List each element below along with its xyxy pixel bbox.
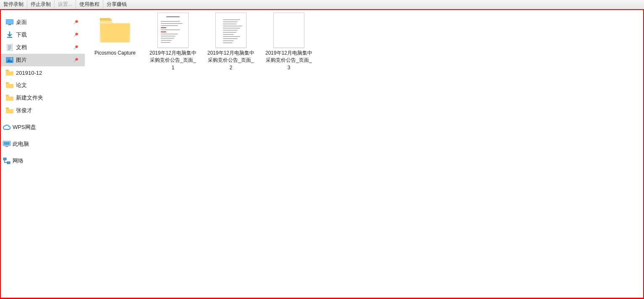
sidebar-item-folder-zhangjuncai[interactable]: 张俊才 (1, 104, 85, 117)
page-thumbnail-icon (155, 13, 191, 48)
sidebar-item-folder-lunwen[interactable]: 论文 (1, 79, 85, 92)
pause-record-button[interactable]: 暂停录制 (0, 0, 27, 9)
items-grid: Picosmos Capture (90, 13, 638, 71)
page-thumbnail-icon (271, 13, 306, 48)
explorer-window: 桌面 📍 下载 📍 文档 📍 图片 (1, 10, 643, 298)
sidebar-item-documents[interactable]: 文档 📍 (1, 41, 85, 54)
network-icon (3, 157, 11, 165)
sidebar-item-label: 网络 (13, 157, 24, 165)
folder-icon (6, 94, 13, 102)
sidebar-item-label: 新建文件夹 (16, 94, 43, 102)
folder-item[interactable]: Picosmos Capture (90, 13, 140, 71)
svg-rect-19 (3, 158, 6, 160)
folder-icon (6, 107, 13, 114)
svg-rect-15 (6, 108, 9, 109)
sidebar-item-label: 图片 (16, 56, 27, 64)
svg-point-11 (10, 58, 12, 59)
svg-rect-17 (4, 142, 10, 145)
image-item[interactable]: 2019年12月电脑集中采购竞价公告_页面_3 (264, 13, 314, 71)
folder-icon (97, 13, 133, 48)
folder-icon (6, 69, 13, 76)
pin-icon: 📍 (71, 56, 80, 65)
download-icon (6, 31, 13, 39)
sidebar-item-folder-new[interactable]: 新建文件夹 (1, 92, 85, 104)
sidebar-item-desktop[interactable]: 桌面 📍 (1, 16, 85, 29)
document-icon (6, 44, 13, 51)
svg-rect-2 (8, 24, 11, 25)
image-item[interactable]: 2019年12月电脑集中采购竞价公告_页面_2 (206, 13, 256, 71)
sidebar-item-network[interactable]: 网络 (1, 155, 85, 167)
svg-rect-18 (5, 146, 8, 147)
cloud-icon (3, 123, 11, 131)
stop-record-button[interactable]: 停止录制 (27, 0, 55, 9)
sidebar-item-label: 文档 (16, 44, 27, 51)
sidebar-item-label: 下载 (16, 31, 27, 39)
sidebar-item-label: WPS网盘 (13, 123, 36, 131)
svg-rect-14 (6, 95, 9, 96)
settings-button[interactable]: 设置... (55, 0, 76, 9)
folder-icon (6, 81, 13, 89)
image-item[interactable]: 2019年12月电脑集中采购竞价公告_页面_1 (148, 13, 198, 71)
sidebar-item-pictures[interactable]: 图片 📍 (1, 54, 85, 66)
svg-rect-4 (7, 44, 13, 51)
sidebar-item-downloads[interactable]: 下载 📍 (1, 29, 85, 41)
item-label: 2019年12月电脑集中采购竞价公告_页面_2 (207, 50, 255, 71)
desktop-icon (6, 18, 13, 26)
svg-rect-12 (6, 70, 9, 71)
pin-icon: 📍 (71, 31, 80, 39)
sidebar-item-label: 此电脑 (13, 140, 29, 148)
share-earn-button[interactable]: 分享赚钱 (103, 0, 130, 9)
sidebar-item-this-pc[interactable]: 此电脑 (1, 138, 85, 150)
svg-rect-13 (6, 82, 9, 84)
svg-rect-1 (6, 20, 13, 24)
content-pane[interactable]: Picosmos Capture (85, 10, 643, 298)
sidebar-item-folder-201910-12[interactable]: 201910-12 (1, 66, 85, 79)
page-thumbnail-icon (213, 13, 249, 48)
recording-frame: 桌面 📍 下载 📍 文档 📍 图片 (0, 9, 644, 299)
sidebar-item-wps[interactable]: WPS网盘 (1, 121, 85, 134)
tutorial-button[interactable]: 使用教程 (76, 0, 103, 9)
svg-rect-20 (7, 162, 10, 164)
sidebar-item-label: 张俊才 (16, 107, 32, 114)
pc-icon (3, 140, 11, 148)
navigation-pane: 桌面 📍 下载 📍 文档 📍 图片 (1, 10, 85, 298)
sidebar-item-label: 201910-12 (16, 70, 42, 76)
sidebar-item-label: 桌面 (16, 18, 27, 26)
sidebar-item-label: 论文 (16, 81, 27, 89)
pictures-icon (6, 56, 13, 64)
recorder-toolbar: 暂停录制 停止录制 设置... 使用教程 分享赚钱 (0, 0, 644, 9)
item-label: Picosmos Capture (94, 50, 136, 57)
svg-rect-3 (7, 37, 12, 38)
pin-icon: 📍 (71, 43, 80, 52)
pin-icon: 📍 (71, 18, 80, 27)
item-label: 2019年12月电脑集中采购竞价公告_页面_3 (264, 50, 313, 71)
item-label: 2019年12月电脑集中采购竞价公告_页面_1 (149, 50, 197, 71)
